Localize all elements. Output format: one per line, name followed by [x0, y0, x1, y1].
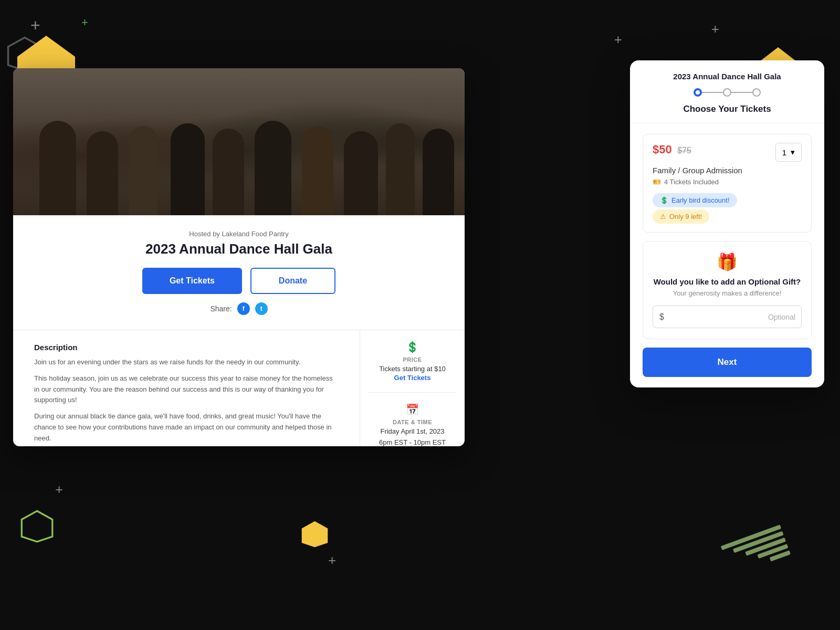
panel-body: $50 $75 1 ▾ Family / Group Admission 🎫 4…	[630, 123, 824, 387]
event-buttons: Get Tickets Donate	[34, 268, 444, 294]
deco-plus-5: +	[55, 482, 63, 496]
ticket-includes: 🎫 4 Tickets Included	[653, 178, 802, 186]
get-tickets-button[interactable]: Get Tickets	[142, 268, 242, 294]
price-label: PRICE	[369, 356, 456, 363]
svg-marker-0	[22, 511, 52, 542]
facebook-share-button[interactable]: f	[237, 302, 250, 315]
deco-plus-3: +	[614, 33, 622, 46]
deco-stripes	[721, 518, 818, 596]
event-page: Hosted by Lakeland Food Pantry 2023 Annu…	[13, 68, 465, 446]
event-title: 2023 Annual Dance Hall Gala	[34, 241, 444, 257]
warning-icon: ⚠	[660, 213, 666, 220]
deco-hex-outline-gray	[6, 36, 43, 72]
early-bird-badge: 💲 Early bird discount!	[653, 193, 737, 207]
event-page-container: Hosted by Lakeland Food Pantry 2023 Annu…	[13, 68, 465, 446]
price-get-tickets-link[interactable]: Get Tickets	[369, 374, 456, 382]
deco-plus-6: +	[328, 553, 336, 567]
quantity-value: 1	[782, 148, 786, 157]
svg-marker-1	[8, 38, 41, 71]
progress-steps	[643, 88, 812, 97]
step-1	[694, 88, 702, 97]
dollar-sign: $	[659, 312, 664, 322]
date-label: DATE & TIME	[369, 419, 456, 425]
choose-tickets-label: Choose Your Tickets	[643, 104, 812, 114]
gift-title: Would you like to add an Optional Gift?	[653, 277, 802, 286]
price-info-block: 💲 PRICE Tickets starting at $10 Get Tick…	[369, 341, 456, 382]
step-3	[752, 88, 761, 97]
date-value: Friday April 1st, 2023	[369, 427, 456, 436]
ticket-includes-text: 4 Tickets Included	[664, 178, 719, 186]
step-line-1	[702, 92, 723, 93]
time-value: 6pm EST - 10pm EST	[369, 438, 456, 446]
deco-plus-2: +	[81, 17, 88, 28]
event-content: Hosted by Lakeland Food Pantry 2023 Annu…	[13, 215, 465, 330]
desc-para-2: This holiday season, join us as we celeb…	[34, 373, 339, 406]
price-original: $75	[677, 146, 691, 155]
date-info-block: 📅 DATE & TIME Friday April 1st, 2023 6pm…	[369, 403, 456, 446]
price-sale: $50	[653, 143, 672, 156]
hosted-by: Hosted by Lakeland Food Pantry	[34, 230, 444, 238]
gift-placeholder: Optional	[768, 313, 795, 321]
deco-plus-4: +	[711, 22, 719, 36]
deco-plus-1: +	[30, 17, 40, 34]
deco-hex-filled-yellow	[300, 520, 329, 549]
gift-icon: 🎁	[653, 252, 802, 272]
gift-input-row[interactable]: $ Optional	[653, 306, 802, 328]
step-line-2	[731, 92, 752, 93]
calendar-icon: 📅	[369, 403, 456, 416]
quantity-arrow: ▾	[791, 148, 795, 157]
description-heading: Description	[34, 343, 339, 352]
desc-para-1: Join us for an evening under the stars a…	[34, 357, 339, 368]
donate-button[interactable]: Donate	[250, 268, 335, 294]
ticket-name: Family / Group Admission	[653, 166, 802, 175]
event-sidebar-right: 💲 PRICE Tickets starting at $10 Get Tick…	[360, 330, 465, 446]
twitter-share-button[interactable]: t	[255, 302, 268, 315]
desc-para-3: During our annual black tie dance gala, …	[34, 411, 339, 444]
step-2	[723, 88, 731, 97]
share-row: Share: f t	[34, 302, 444, 315]
ticket-panel: 2023 Annual Dance Hall Gala Choose Your …	[630, 60, 824, 387]
price-value: Tickets starting at $10	[369, 364, 456, 374]
info-divider-1	[369, 392, 456, 393]
price-icon: 💲	[369, 341, 456, 353]
ticket-option: $50 $75 1 ▾ Family / Group Admission 🎫 4…	[643, 134, 812, 233]
quantity-selector[interactable]: 1 ▾	[775, 143, 802, 162]
svg-marker-2	[302, 521, 328, 548]
event-hero	[13, 68, 465, 215]
ticket-top-row: $50 $75 1 ▾	[653, 143, 802, 162]
ticket-badges: 💲 Early bird discount! ⚠ Only 9 left!	[653, 191, 802, 224]
panel-title: 2023 Annual Dance Hall Gala	[643, 72, 812, 81]
gift-amount-input[interactable]	[668, 306, 768, 328]
deco-hex-outline-green	[20, 509, 54, 543]
ticket-price-block: $50 $75	[653, 143, 691, 156]
low-stock-badge: ⚠ Only 9 left!	[653, 209, 709, 224]
gift-subtitle: Your generosity makes a difference!	[653, 289, 802, 297]
panel-header: 2023 Annual Dance Hall Gala Choose Your …	[630, 60, 824, 123]
event-lower: Description Join us for an evening under…	[13, 330, 465, 446]
next-button[interactable]: Next	[643, 348, 812, 377]
early-bird-icon: 💲	[660, 196, 668, 204]
share-label: Share:	[210, 304, 232, 313]
crowd-silhouettes	[13, 110, 465, 215]
optional-gift-section: 🎁 Would you like to add an Optional Gift…	[643, 241, 812, 339]
ticket-icon: 🎫	[653, 178, 661, 186]
event-description: Description Join us for an evening under…	[13, 330, 360, 446]
